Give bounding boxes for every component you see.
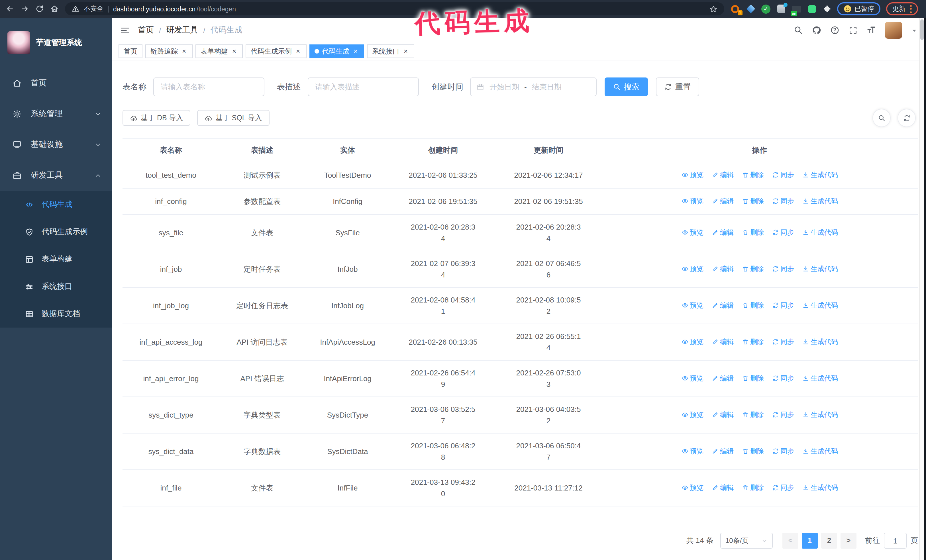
table-name-input[interactable]	[153, 77, 265, 96]
action-预览[interactable]: 预览	[681, 409, 704, 420]
scrollbar-thumb[interactable]	[920, 20, 924, 40]
action-同步[interactable]: 同步	[772, 445, 794, 457]
sync-paused-badge[interactable]: 已暂停	[837, 2, 881, 15]
action-编辑[interactable]: 编辑	[711, 445, 734, 457]
page-button-2[interactable]: 2	[821, 533, 837, 549]
prev-page-button[interactable]: <	[782, 533, 798, 549]
tab-链路追踪[interactable]: 链路追踪×	[145, 44, 193, 58]
tab-表单构建[interactable]: 表单构建×	[195, 44, 243, 58]
forward-icon[interactable]	[21, 5, 29, 13]
action-编辑[interactable]: 编辑	[711, 409, 734, 420]
kebab-menu-icon[interactable]	[910, 5, 912, 13]
search-button[interactable]: 搜索	[605, 77, 648, 96]
url-bar[interactable]: 不安全 dashboard.yudao.iocoder.cn /tool/cod…	[65, 2, 724, 15]
date-range-picker[interactable]: 开始日期 - 结束日期	[470, 77, 597, 96]
extension-icon-gem[interactable]	[746, 4, 755, 14]
table-desc-input[interactable]	[308, 77, 419, 96]
caret-down-icon[interactable]	[911, 27, 917, 33]
action-预览[interactable]: 预览	[681, 263, 704, 274]
action-同步[interactable]: 同步	[772, 336, 794, 347]
update-button[interactable]: 更新	[886, 2, 918, 15]
sidebar-item-表单构建[interactable]: 表单构建	[0, 246, 112, 273]
home-icon-chrome[interactable]	[50, 5, 59, 13]
sidebar-item-数据库文档[interactable]: 数据库文档	[0, 300, 112, 328]
action-预览[interactable]: 预览	[681, 336, 704, 347]
close-icon[interactable]: ×	[295, 48, 301, 55]
font-size-icon[interactable]	[867, 26, 876, 35]
extension-icon-columns[interactable]	[776, 4, 786, 14]
toggle-search-button[interactable]	[872, 109, 891, 127]
action-生成代码[interactable]: 生成代码	[802, 482, 838, 493]
sidebar-item-研发工具[interactable]: 研发工具	[0, 160, 112, 191]
tab-首页[interactable]: 首页	[118, 44, 142, 58]
action-删除[interactable]: 删除	[741, 299, 764, 311]
goto-page-input[interactable]	[884, 533, 906, 549]
action-编辑[interactable]: 编辑	[711, 263, 734, 274]
action-编辑[interactable]: 编辑	[711, 195, 734, 207]
help-icon[interactable]	[830, 26, 840, 35]
action-同步[interactable]: 同步	[772, 372, 794, 384]
breadcrumb-item[interactable]: 研发工具	[166, 25, 198, 35]
action-预览[interactable]: 预览	[681, 372, 704, 384]
close-icon[interactable]: ×	[402, 48, 409, 55]
action-编辑[interactable]: 编辑	[711, 482, 734, 493]
sidebar-toggle-icon[interactable]	[120, 25, 130, 35]
tab-代码生成示例[interactable]: 代码生成示例×	[246, 44, 307, 58]
action-生成代码[interactable]: 生成代码	[802, 169, 838, 180]
action-编辑[interactable]: 编辑	[711, 169, 734, 180]
action-同步[interactable]: 同步	[772, 195, 794, 207]
extension-icon-check[interactable]	[761, 4, 771, 14]
breadcrumb-item[interactable]: 首页	[138, 25, 154, 35]
avatar[interactable]	[885, 22, 902, 39]
bookmark-star-icon[interactable]	[709, 5, 717, 13]
reload-icon[interactable]	[35, 5, 44, 13]
action-同步[interactable]: 同步	[772, 263, 794, 274]
action-删除[interactable]: 删除	[741, 195, 764, 207]
action-编辑[interactable]: 编辑	[711, 336, 734, 347]
sidebar-item-代码生成[interactable]: 代码生成	[0, 191, 112, 218]
action-预览[interactable]: 预览	[681, 445, 704, 457]
extension-icon-dark[interactable]: on	[792, 4, 802, 14]
close-icon[interactable]: ×	[352, 48, 359, 55]
action-生成代码[interactable]: 生成代码	[802, 336, 838, 347]
action-预览[interactable]: 预览	[681, 299, 704, 311]
search-icon[interactable]	[794, 26, 803, 35]
sidebar-item-代码生成示例[interactable]: 代码生成示例	[0, 218, 112, 246]
sidebar-item-基础设施[interactable]: 基础设施	[0, 129, 112, 160]
action-同步[interactable]: 同步	[772, 482, 794, 493]
action-删除[interactable]: 删除	[741, 482, 764, 493]
action-预览[interactable]: 预览	[681, 195, 704, 207]
action-编辑[interactable]: 编辑	[711, 372, 734, 384]
scrollbar-track[interactable]	[919, 18, 924, 560]
import-sql-button[interactable]: 基于 SQL 导入	[197, 110, 269, 126]
action-预览[interactable]: 预览	[681, 482, 704, 493]
refresh-table-button[interactable]	[897, 109, 916, 127]
back-icon[interactable]	[6, 5, 14, 13]
tab-系统接口[interactable]: 系统接口×	[367, 44, 414, 58]
action-生成代码[interactable]: 生成代码	[802, 226, 838, 238]
action-生成代码[interactable]: 生成代码	[802, 263, 838, 274]
import-db-button[interactable]: 基于 DB 导入	[123, 110, 191, 126]
extension-icon-robot[interactable]	[807, 4, 817, 14]
action-同步[interactable]: 同步	[772, 226, 794, 238]
page-size-select[interactable]: 10条/页	[720, 533, 773, 549]
sidebar-item-首页[interactable]: 首页	[0, 68, 112, 98]
action-生成代码[interactable]: 生成代码	[802, 409, 838, 420]
next-page-button[interactable]: >	[841, 533, 856, 549]
action-生成代码[interactable]: 生成代码	[802, 445, 838, 457]
action-删除[interactable]: 删除	[741, 336, 764, 347]
action-删除[interactable]: 删除	[741, 263, 764, 274]
close-icon[interactable]: ×	[181, 48, 188, 55]
action-生成代码[interactable]: 生成代码	[802, 372, 838, 384]
action-删除[interactable]: 删除	[741, 372, 764, 384]
action-生成代码[interactable]: 生成代码	[802, 195, 838, 207]
action-删除[interactable]: 删除	[741, 226, 764, 238]
reset-button[interactable]: 重置	[656, 77, 699, 96]
action-预览[interactable]: 预览	[681, 226, 704, 238]
action-删除[interactable]: 删除	[741, 169, 764, 180]
extensions-puzzle-icon[interactable]	[823, 5, 831, 13]
action-删除[interactable]: 删除	[741, 409, 764, 420]
action-生成代码[interactable]: 生成代码	[802, 299, 838, 311]
extension-icon-orange[interactable]: 1	[730, 4, 740, 14]
sidebar-item-系统管理[interactable]: 系统管理	[0, 98, 112, 129]
